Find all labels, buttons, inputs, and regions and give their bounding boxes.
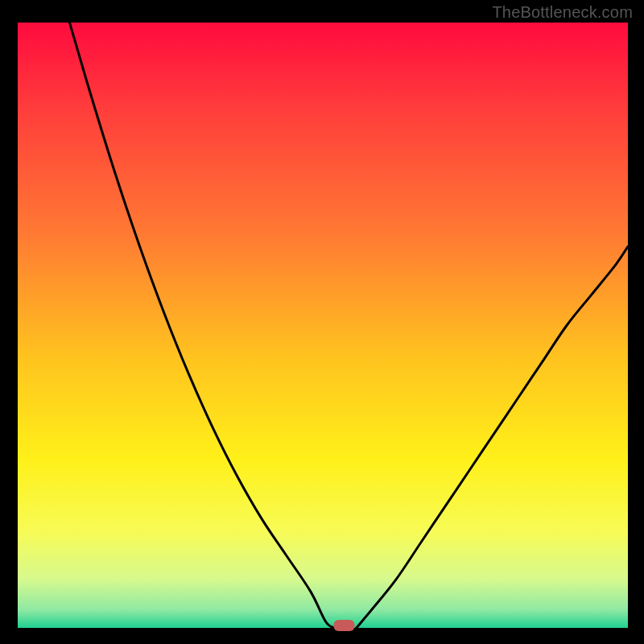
- watermark-text: TheBottleneck.com: [492, 3, 633, 22]
- optimum-marker: [334, 620, 355, 631]
- plot-area: [18, 23, 628, 628]
- chart-container: TheBottleneck.com: [0, 0, 644, 644]
- bottleneck-chart: [0, 0, 644, 644]
